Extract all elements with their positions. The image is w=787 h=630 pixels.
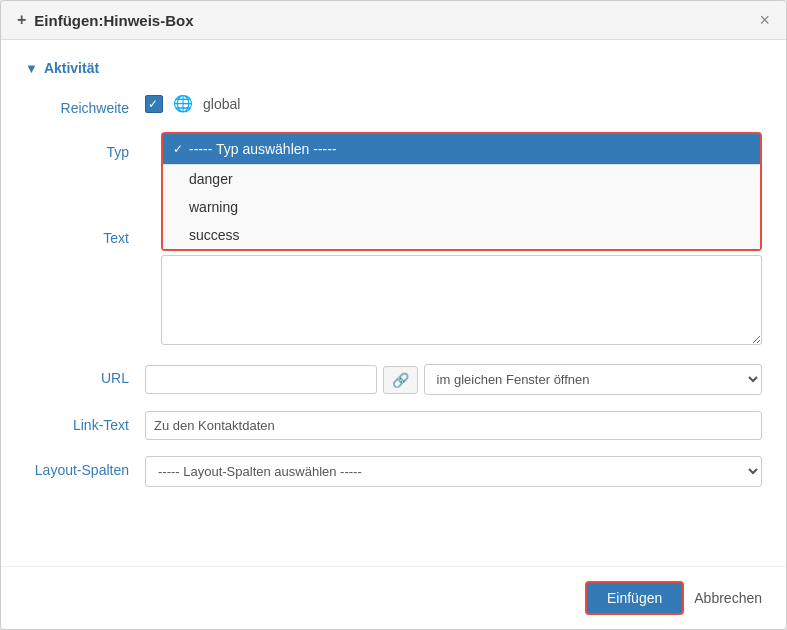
typ-label: Typ xyxy=(25,138,129,160)
insert-button[interactable]: Einfügen xyxy=(585,581,684,615)
dialog-container: + Einfügen:Hinweis-Box × ▼ Aktivität Rei… xyxy=(0,0,787,630)
dropdown-option-danger[interactable]: danger xyxy=(163,165,760,193)
cancel-button[interactable]: Abbrechen xyxy=(694,590,762,606)
typ-selected-label: ----- Typ auswählen ----- xyxy=(189,141,337,157)
layout-row: Layout-Spalten ----- Layout-Spalten ausw… xyxy=(25,456,762,487)
layout-label: Layout-Spalten xyxy=(25,456,145,478)
reichweite-label: Reichweite xyxy=(25,94,145,116)
layout-select[interactable]: ----- Layout-Spalten auswählen ----- xyxy=(145,456,762,487)
reichweite-row: Reichweite 🌐 global xyxy=(25,94,762,116)
reichweite-controls: 🌐 global xyxy=(145,94,762,113)
global-label: global xyxy=(203,96,240,112)
linktext-input[interactable] xyxy=(145,411,762,440)
typ-text-combined-row: Typ Text ✓ ----- Typ auswählen ----- dan… xyxy=(25,132,762,348)
window-select[interactable]: im gleichen Fenster öffnen in neuem Fens… xyxy=(424,364,762,395)
checkmark-icon: ✓ xyxy=(173,142,183,156)
typ-text-labels: Typ Text xyxy=(25,132,145,246)
globe-icon: 🌐 xyxy=(173,94,193,113)
typ-dropdown-list: danger warning success xyxy=(163,164,760,249)
linktext-label: Link-Text xyxy=(25,411,145,433)
section-title: Aktivität xyxy=(44,60,99,76)
dialog-title-text: Einfügen:Hinweis-Box xyxy=(34,12,193,29)
typ-dropdown-selected[interactable]: ✓ ----- Typ auswählen ----- xyxy=(163,134,760,164)
layout-controls: ----- Layout-Spalten auswählen ----- xyxy=(145,456,762,487)
dialog-title: + Einfügen:Hinweis-Box xyxy=(17,11,194,29)
dropdown-option-warning[interactable]: warning xyxy=(163,193,760,221)
link-button[interactable]: 🔗 xyxy=(383,366,418,394)
url-row: URL 🔗 im gleichen Fenster öffnen in neue… xyxy=(25,364,762,395)
dialog-body: ▼ Aktivität Reichweite 🌐 global Typ Text xyxy=(1,40,786,566)
text-textarea[interactable] xyxy=(161,255,762,345)
typ-text-controls: ✓ ----- Typ auswählen ----- danger warni… xyxy=(145,132,762,348)
reichweite-checkbox[interactable] xyxy=(145,95,163,113)
plus-icon: + xyxy=(17,11,26,29)
url-label: URL xyxy=(25,364,145,386)
url-input[interactable] xyxy=(145,365,377,394)
section-arrow-icon: ▼ xyxy=(25,61,38,76)
linktext-controls xyxy=(145,411,762,440)
linktext-row: Link-Text xyxy=(25,411,762,440)
dropdown-option-success[interactable]: success xyxy=(163,221,760,249)
close-button[interactable]: × xyxy=(759,11,770,29)
text-label: Text xyxy=(25,224,129,246)
typ-dropdown-container: ✓ ----- Typ auswählen ----- danger warni… xyxy=(161,132,762,251)
section-header: ▼ Aktivität xyxy=(25,60,762,76)
url-controls: 🔗 im gleichen Fenster öffnen in neuem Fe… xyxy=(145,364,762,395)
dialog-header: + Einfügen:Hinweis-Box × xyxy=(1,1,786,40)
dialog-footer: Einfügen Abbrechen xyxy=(1,566,786,629)
